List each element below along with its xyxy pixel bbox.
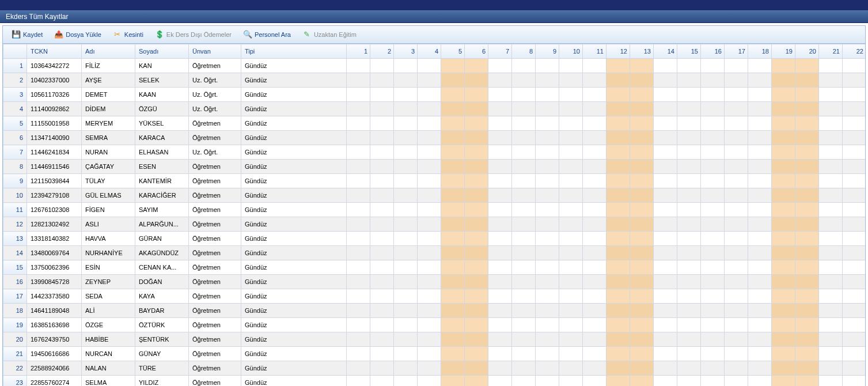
table-row[interactable]: 1814641189048ALİBAYDARÖğretmenGündüz0: [3, 304, 866, 318]
cell-tipi[interactable]: Gündüz: [241, 217, 347, 232]
cell-tipi[interactable]: Gündüz: [241, 332, 347, 347]
cell-day-4[interactable]: [418, 347, 441, 361]
cell-day-2[interactable]: [370, 318, 394, 332]
cell-day-19[interactable]: [772, 59, 795, 73]
cell-day-17[interactable]: [725, 361, 748, 376]
cell-day-19[interactable]: [772, 145, 795, 160]
cell-day-5[interactable]: [441, 188, 465, 203]
cell-soyadi[interactable]: AKAGÜNDÜZ: [135, 246, 189, 260]
cell-day-8[interactable]: [512, 347, 536, 361]
cell-day-20[interactable]: [795, 73, 819, 88]
cell-day-1[interactable]: [347, 246, 370, 260]
cell-day-16[interactable]: [701, 376, 725, 387]
cell-day-9[interactable]: [536, 361, 559, 376]
cell-day-13[interactable]: [630, 102, 654, 116]
cell-tckn[interactable]: 22588924066: [27, 361, 82, 376]
cell-day-10[interactable]: [559, 116, 583, 131]
cell-day-17[interactable]: [725, 376, 748, 387]
cell-day-19[interactable]: [772, 131, 795, 145]
cell-adi[interactable]: NURHANİYE: [82, 246, 135, 260]
col-day-21[interactable]: 21: [819, 44, 843, 59]
cell-tckn[interactable]: 13480069764: [27, 246, 82, 260]
cell-day-15[interactable]: [677, 275, 701, 289]
cell-day-15[interactable]: [677, 376, 701, 387]
cell-day-3[interactable]: [394, 174, 418, 188]
cell-day-2[interactable]: [370, 260, 394, 275]
cell-day-1[interactable]: [347, 318, 370, 332]
cell-tipi[interactable]: Gündüz: [241, 289, 347, 304]
cell-day-16[interactable]: [701, 59, 725, 73]
cell-day-4[interactable]: [418, 59, 441, 73]
cell-day-8[interactable]: [512, 376, 536, 387]
cell-day-14[interactable]: [654, 145, 677, 160]
cell-day-14[interactable]: [654, 217, 677, 232]
cell-adi[interactable]: ZEYNEP: [82, 275, 135, 289]
cell-day-10[interactable]: [559, 188, 583, 203]
cell-day-15[interactable]: [677, 73, 701, 88]
cell-day-7[interactable]: [488, 102, 512, 116]
cell-day-18[interactable]: [748, 174, 772, 188]
cell-day-5[interactable]: [441, 347, 465, 361]
cell-day-7[interactable]: [488, 289, 512, 304]
cell-day-11[interactable]: [583, 217, 607, 232]
cell-day-13[interactable]: [630, 73, 654, 88]
cell-day-2[interactable]: [370, 160, 394, 174]
cell-day-19[interactable]: [772, 174, 795, 188]
cell-day-21[interactable]: [819, 332, 843, 347]
cell-day-8[interactable]: [512, 73, 536, 88]
cell-day-9[interactable]: [536, 145, 559, 160]
cell-day-3[interactable]: [394, 145, 418, 160]
cell-day-19[interactable]: [772, 275, 795, 289]
cell-day-18[interactable]: [748, 376, 772, 387]
cell-day-21[interactable]: [819, 347, 843, 361]
cell-day-6[interactable]: [465, 246, 488, 260]
cell-adi[interactable]: ESİN: [82, 260, 135, 275]
cell-day-10[interactable]: [559, 275, 583, 289]
cell-day-19[interactable]: [772, 116, 795, 131]
cell-adi[interactable]: GÜL ELMAS: [82, 188, 135, 203]
cell-day-10[interactable]: [559, 347, 583, 361]
cell-tckn[interactable]: 19450616686: [27, 347, 82, 361]
cell-day-4[interactable]: [418, 188, 441, 203]
col-tckn[interactable]: TCKN: [27, 44, 82, 59]
cell-day-9[interactable]: [536, 116, 559, 131]
cell-day-1[interactable]: [347, 145, 370, 160]
cell-day-9[interactable]: [536, 203, 559, 217]
cell-adi[interactable]: FİGEN: [82, 203, 135, 217]
cell-soyadi[interactable]: ELHASAN: [135, 145, 189, 160]
cell-adi[interactable]: ALİ: [82, 304, 135, 318]
table-row[interactable]: 811446911546ÇAĞATAYESENÖğretmenGündüz0: [3, 160, 866, 174]
cell-day-14[interactable]: [654, 188, 677, 203]
cell-day-17[interactable]: [725, 232, 748, 246]
cell-day-19[interactable]: [772, 289, 795, 304]
cell-day-7[interactable]: [488, 318, 512, 332]
cell-day-16[interactable]: [701, 304, 725, 318]
cell-day-16[interactable]: [701, 232, 725, 246]
cell-day-10[interactable]: [559, 289, 583, 304]
cell-day-10[interactable]: [559, 131, 583, 145]
cell-soyadi[interactable]: KARACA: [135, 131, 189, 145]
cell-day-1[interactable]: [347, 232, 370, 246]
cell-soyadi[interactable]: BAYDAR: [135, 304, 189, 318]
cell-day-12[interactable]: [607, 145, 630, 160]
cell-tipi[interactable]: Gündüz: [241, 275, 347, 289]
cell-adi[interactable]: DEMET: [82, 88, 135, 102]
cell-day-20[interactable]: [795, 188, 819, 203]
cell-day-16[interactable]: [701, 73, 725, 88]
cell-day-1[interactable]: [347, 304, 370, 318]
cell-day-21[interactable]: [819, 203, 843, 217]
cell-day-14[interactable]: [654, 361, 677, 376]
table-row[interactable]: 2322855760274SELMAYILDIZÖğretmenGündüz0: [3, 376, 866, 387]
cell-tipi[interactable]: Gündüz: [241, 145, 347, 160]
cell-day-18[interactable]: [748, 304, 772, 318]
cell-day-22[interactable]: [843, 304, 866, 318]
cell-day-12[interactable]: [607, 188, 630, 203]
cell-tckn[interactable]: 11140092862: [27, 102, 82, 116]
cell-day-7[interactable]: [488, 347, 512, 361]
cell-tipi[interactable]: Gündüz: [241, 102, 347, 116]
cell-day-16[interactable]: [701, 347, 725, 361]
cell-day-22[interactable]: [843, 102, 866, 116]
cell-day-14[interactable]: [654, 260, 677, 275]
cell-day-4[interactable]: [418, 332, 441, 347]
cell-day-3[interactable]: [394, 347, 418, 361]
